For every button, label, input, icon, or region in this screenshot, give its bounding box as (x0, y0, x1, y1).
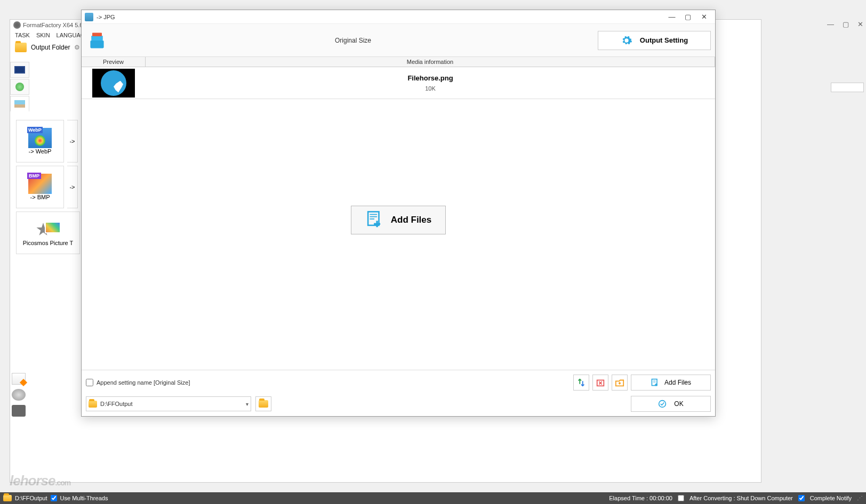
picosmos-tools[interactable]: Picosmos Picture T (16, 212, 80, 254)
file-name: Filehorse.png (407, 74, 453, 82)
maximize-button[interactable]: ▢ (680, 11, 696, 23)
remove-button[interactable] (592, 375, 608, 391)
resize-grip-icon[interactable]: ⋰ (857, 495, 863, 502)
dialog-window-controls: — ▢ ✕ (664, 11, 712, 23)
toolbox-icon[interactable] (12, 405, 26, 417)
file-size: 10K (425, 85, 436, 92)
options-icon[interactable]: ⚙ (74, 44, 80, 51)
notify-checkbox[interactable] (798, 495, 805, 501)
rom-device-icon[interactable] (12, 389, 26, 401)
shutdown-checkbox[interactable] (678, 495, 684, 501)
close-button[interactable]: ✕ (696, 11, 712, 23)
format-webp[interactable]: WebP -> WebP (16, 120, 64, 162)
status-path[interactable]: D:\FFOutput (15, 495, 47, 501)
move-up-down-button[interactable] (573, 375, 589, 391)
folder-icon[interactable] (15, 43, 27, 52)
music-icon (15, 83, 24, 91)
add-files-big-label: Add Files (391, 215, 432, 225)
ok-label: OK (674, 400, 683, 408)
multithreads-label: Use Multi-Threads (60, 495, 108, 501)
dialog-footer: Append setting name [Original Size] Add … (82, 370, 715, 416)
watermark: lehorse.com (10, 473, 70, 489)
video-tab[interactable] (10, 62, 29, 78)
profile-icon[interactable] (86, 30, 108, 51)
picture-icon (14, 100, 25, 108)
picosmos-icon (36, 220, 60, 240)
ok-button[interactable]: OK (631, 396, 711, 412)
folder-icon (259, 400, 268, 408)
footer-row-2: D:\FFOutput ▾ OK (86, 396, 711, 412)
arrows-icon (576, 378, 586, 387)
output-path-combo[interactable]: D:\FFOutput ▾ (86, 396, 251, 411)
output-path-text: D:\FFOutput (100, 401, 133, 407)
main-menu: TASK SKIN LANGUAG (15, 32, 85, 38)
add-files-button[interactable]: Add Files (631, 375, 711, 391)
file-list-header: Preview Media information (82, 57, 715, 67)
file-list-body: Filehorse.png 10K Add Files (82, 67, 715, 370)
status-bar: D:\FFOutput Use Multi-Threads Elapsed Ti… (0, 492, 866, 504)
formatfactory-icon (13, 21, 21, 29)
folder-icon (89, 401, 97, 408)
svg-point-15 (659, 401, 666, 408)
svg-rect-0 (90, 40, 103, 48)
file-thumbnail-cell (82, 67, 146, 99)
folder-icon[interactable] (3, 495, 12, 501)
svg-rect-1 (91, 36, 103, 40)
profile-name: Original Size (108, 37, 598, 44)
format-hidden-2[interactable]: -> (67, 166, 78, 208)
output-setting-button[interactable]: Output Setting (598, 31, 711, 50)
elapsed-time: Elapsed Time : 00:00:00 (609, 495, 672, 501)
category-sidebar (10, 61, 31, 112)
multithreads-checkbox[interactable] (51, 495, 57, 501)
clear-button[interactable] (612, 375, 628, 391)
append-setting-label: Append setting name [Original Size] (97, 379, 190, 386)
document-icon[interactable] (12, 373, 26, 385)
audio-tab[interactable] (10, 79, 29, 95)
minimize-button[interactable]: — (664, 11, 680, 23)
picture-tab[interactable] (10, 96, 29, 112)
append-setting-group: Append setting name [Original Size] (86, 379, 570, 386)
dialog-toolbar: Original Size Output Setting (82, 24, 715, 57)
dialog-titlebar: -> JPG — ▢ ✕ (82, 10, 715, 24)
webp-icon: WebP (28, 128, 52, 148)
browse-button[interactable] (255, 396, 271, 411)
results-header-fragment (831, 83, 864, 92)
close-icon[interactable]: ✕ (857, 20, 863, 28)
main-title: FormatFactory X64 5.6 (23, 22, 83, 28)
minimize-icon[interactable]: — (827, 20, 834, 28)
filehorse-icon (101, 70, 126, 96)
dialog-title: -> JPG (97, 14, 115, 20)
maximize-icon[interactable]: ▢ (843, 20, 849, 28)
format-label: -> WebP (29, 148, 52, 155)
output-folder-label[interactable]: Output Folder (31, 44, 70, 51)
bmp-icon: BMP (28, 174, 52, 194)
notify-label: Complete Notify (810, 495, 852, 501)
convert-dialog: -> JPG — ▢ ✕ Original Size Output Settin… (81, 10, 716, 417)
format-bmp[interactable]: BMP -> BMP (16, 166, 64, 208)
sidebar-bottom-icons (12, 373, 26, 417)
format-label: -> BMP (30, 194, 50, 200)
status-left: D:\FFOutput Use Multi-Threads (3, 495, 108, 501)
format-hidden-1[interactable]: -> (67, 120, 78, 162)
format-label: -> (69, 138, 75, 144)
append-setting-checkbox[interactable] (86, 379, 93, 386)
status-right: Elapsed Time : 00:00:00 After Converting… (609, 495, 863, 502)
main-toolbar: Output Folder ⚙ (15, 43, 80, 52)
format-label: Picosmos Picture T (23, 240, 74, 246)
gear-icon (621, 35, 632, 46)
file-thumbnail (92, 69, 135, 97)
format-label: -> (69, 184, 75, 190)
check-circle-icon (658, 400, 667, 408)
menu-task[interactable]: TASK (15, 32, 30, 38)
column-media-info[interactable]: Media information (146, 57, 715, 67)
column-preview[interactable]: Preview (82, 57, 146, 67)
file-row[interactable]: Filehorse.png 10K (82, 67, 715, 99)
menu-skin[interactable]: SKIN (36, 32, 50, 38)
add-file-icon (365, 210, 383, 231)
add-files-label: Add Files (664, 379, 691, 386)
add-files-big-button[interactable]: Add Files (351, 206, 446, 234)
folder-up-icon (615, 378, 624, 387)
film-icon (14, 66, 25, 74)
add-file-small-icon (651, 378, 659, 387)
shutdown-label: After Converting : Shut Down Computer (689, 495, 793, 501)
